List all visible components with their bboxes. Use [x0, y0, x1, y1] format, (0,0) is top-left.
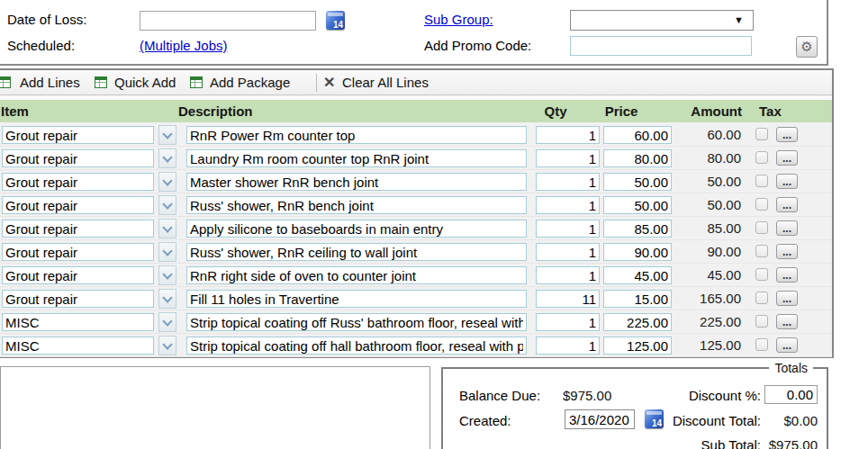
price-input[interactable]	[603, 220, 672, 238]
price-input[interactable]	[603, 337, 672, 355]
tax-checkbox[interactable]	[755, 292, 768, 304]
table-row: 225.00 ...	[0, 310, 832, 334]
item-input[interactable]	[2, 126, 154, 144]
description-input[interactable]	[186, 243, 527, 261]
item-dropdown-button[interactable]	[158, 195, 176, 215]
description-input[interactable]	[186, 196, 527, 214]
row-options-button[interactable]: ...	[776, 220, 798, 236]
row-options-button[interactable]: ...	[776, 127, 798, 142]
price-input[interactable]	[603, 243, 672, 261]
description-input[interactable]	[186, 173, 527, 191]
item-input[interactable]	[2, 243, 154, 261]
item-input[interactable]	[2, 220, 154, 238]
price-input[interactable]	[603, 290, 672, 308]
row-options-button[interactable]: ...	[776, 337, 798, 353]
qty-input[interactable]	[536, 149, 600, 167]
qty-input[interactable]	[536, 337, 600, 355]
qty-input[interactable]	[536, 290, 600, 308]
multiple-jobs-link[interactable]: (Multiple Jobs)	[140, 38, 228, 53]
item-input[interactable]	[2, 149, 154, 167]
tax-checkbox[interactable]	[755, 338, 768, 351]
description-input[interactable]	[186, 126, 527, 144]
tax-checkbox[interactable]	[755, 175, 768, 187]
tax-checkbox[interactable]	[755, 245, 768, 257]
description-input[interactable]	[186, 149, 527, 167]
qty-input[interactable]	[536, 126, 600, 144]
price-input[interactable]	[603, 173, 672, 191]
date-of-loss-calendar-icon[interactable]	[326, 11, 345, 30]
row-options-button[interactable]: ...	[776, 244, 798, 259]
qty-input[interactable]	[536, 266, 600, 284]
grid-header-row: Item Description Qty Price Amount Tax	[0, 100, 832, 122]
item-dropdown-button[interactable]	[158, 289, 176, 309]
row-options-button[interactable]: ...	[776, 291, 798, 306]
item-dropdown-button[interactable]	[158, 265, 176, 285]
created-label: Created:	[459, 413, 511, 428]
tax-checkbox[interactable]	[755, 151, 768, 164]
item-dropdown-button[interactable]	[158, 336, 176, 355]
qty-input[interactable]	[536, 220, 600, 238]
add-package-button[interactable]: Add Package	[210, 70, 290, 95]
description-input[interactable]	[186, 290, 527, 308]
discount-pct-input[interactable]	[764, 385, 818, 404]
item-input[interactable]	[2, 337, 154, 355]
description-input[interactable]	[186, 313, 527, 331]
tax-checkbox[interactable]	[755, 268, 768, 281]
item-input[interactable]	[2, 290, 154, 308]
row-options-button[interactable]: ...	[776, 174, 798, 189]
row-options-button[interactable]: ...	[776, 267, 798, 283]
description-input[interactable]	[186, 266, 527, 284]
qty-input[interactable]	[536, 313, 600, 331]
clear-all-lines-button[interactable]: Clear All Lines	[342, 70, 429, 95]
tax-checkbox[interactable]	[755, 221, 768, 234]
created-date-input[interactable]	[565, 409, 635, 429]
tax-checkbox[interactable]	[755, 315, 768, 328]
qty-input[interactable]	[536, 243, 600, 261]
amount-value: 50.00	[676, 170, 741, 193]
date-of-loss-input[interactable]	[140, 11, 316, 31]
chevron-down-icon	[162, 129, 172, 139]
amount-value: 50.00	[676, 193, 741, 217]
add-promo-code-label: Add Promo Code:	[424, 38, 531, 53]
item-dropdown-button[interactable]	[158, 219, 176, 238]
table-row: 85.00 ...	[0, 217, 832, 240]
quick-add-button[interactable]: Quick Add	[114, 70, 176, 95]
item-input[interactable]	[2, 196, 154, 214]
description-input[interactable]	[186, 337, 527, 355]
tax-checkbox[interactable]	[755, 198, 768, 211]
item-dropdown-button[interactable]	[158, 312, 176, 332]
price-input[interactable]	[603, 126, 672, 144]
item-dropdown-button[interactable]	[158, 125, 176, 145]
row-options-button[interactable]: ...	[776, 314, 798, 329]
sub-group-select[interactable]: ▼	[570, 10, 754, 31]
price-input[interactable]	[603, 313, 672, 331]
promo-code-input[interactable]	[570, 36, 752, 56]
item-input[interactable]	[2, 313, 154, 331]
add-lines-button[interactable]: Add Lines	[20, 70, 80, 95]
amount-value: 85.00	[676, 217, 741, 240]
row-options-button[interactable]: ...	[776, 150, 798, 166]
item-input[interactable]	[2, 173, 154, 191]
row-options-button[interactable]: ...	[776, 197, 798, 212]
description-input[interactable]	[186, 220, 527, 238]
qty-input[interactable]	[536, 196, 600, 214]
table-row: 50.00 ...	[0, 193, 832, 217]
sub-total-label: Sub Total:	[671, 437, 761, 449]
tax-checkbox[interactable]	[755, 128, 768, 140]
item-input[interactable]	[2, 266, 154, 284]
table-row: 45.00 ...	[0, 264, 832, 287]
item-dropdown-button[interactable]	[158, 172, 176, 192]
header-description: Description	[178, 100, 253, 122]
discount-total-value: $0.00	[764, 413, 818, 428]
price-input[interactable]	[603, 196, 672, 214]
discount-pct-label: Discount %:	[671, 388, 761, 403]
item-dropdown-button[interactable]	[158, 148, 176, 168]
qty-input[interactable]	[536, 173, 600, 191]
notes-box[interactable]	[0, 366, 430, 449]
settings-button[interactable]: ⚙	[796, 36, 818, 58]
price-input[interactable]	[603, 149, 672, 167]
item-dropdown-button[interactable]	[158, 242, 176, 262]
sub-group-link[interactable]: Sub Group:	[424, 12, 493, 27]
table-row: 165.00 ...	[0, 287, 832, 310]
price-input[interactable]	[603, 266, 672, 284]
